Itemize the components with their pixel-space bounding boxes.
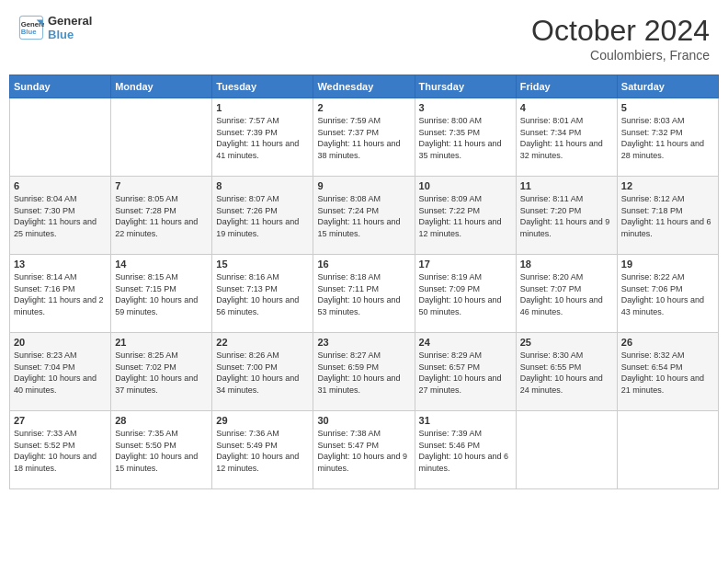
weekday-header-thursday: Thursday: [415, 75, 516, 98]
calendar-cell: 10Sunrise: 8:09 AMSunset: 7:22 PMDayligh…: [415, 177, 516, 255]
calendar-cell: [10, 98, 111, 177]
day-info: Sunrise: 8:16 AMSunset: 7:13 PMDaylight:…: [216, 271, 309, 317]
day-number: 19: [621, 259, 714, 270]
day-info: Sunrise: 8:15 AMSunset: 7:15 PMDaylight:…: [115, 271, 208, 317]
day-info: Sunrise: 8:01 AMSunset: 7:34 PMDaylight:…: [520, 115, 613, 161]
calendar-header: SundayMondayTuesdayWednesdayThursdayFrid…: [10, 75, 719, 98]
day-number: 18: [520, 259, 613, 270]
calendar-cell: 11Sunrise: 8:11 AMSunset: 7:20 PMDayligh…: [516, 177, 617, 255]
day-info: Sunrise: 7:38 AMSunset: 5:47 PMDaylight:…: [317, 428, 410, 474]
calendar-cell: 16Sunrise: 8:18 AMSunset: 7:11 PMDayligh…: [313, 255, 415, 333]
day-number: 11: [520, 180, 613, 191]
day-info: Sunrise: 7:35 AMSunset: 5:50 PMDaylight:…: [115, 428, 208, 474]
calendar-cell: 18Sunrise: 8:20 AMSunset: 7:07 PMDayligh…: [516, 255, 617, 333]
calendar-cell: 22Sunrise: 8:26 AMSunset: 7:00 PMDayligh…: [212, 333, 313, 411]
calendar-cell: 21Sunrise: 8:25 AMSunset: 7:02 PMDayligh…: [111, 333, 212, 411]
day-number: 20: [14, 337, 107, 348]
day-number: 2: [317, 102, 410, 113]
calendar-week-2: 6Sunrise: 8:04 AMSunset: 7:30 PMDaylight…: [10, 177, 719, 255]
day-info: Sunrise: 8:04 AMSunset: 7:30 PMDaylight:…: [14, 193, 107, 239]
day-number: 31: [419, 415, 512, 426]
day-info: Sunrise: 8:18 AMSunset: 7:11 PMDaylight:…: [317, 271, 410, 317]
day-number: 27: [14, 415, 107, 426]
calendar-cell: 17Sunrise: 8:19 AMSunset: 7:09 PMDayligh…: [415, 255, 516, 333]
day-number: 9: [317, 180, 410, 191]
day-info: Sunrise: 8:26 AMSunset: 7:00 PMDaylight:…: [216, 350, 309, 396]
day-number: 12: [621, 180, 714, 191]
title-section: October 2024 Coulombiers, France: [531, 14, 710, 63]
calendar-cell: [111, 98, 212, 177]
day-number: 16: [317, 259, 410, 270]
day-number: 1: [216, 102, 309, 113]
day-number: 25: [520, 337, 613, 348]
day-number: 23: [317, 337, 410, 348]
day-info: Sunrise: 7:36 AMSunset: 5:49 PMDaylight:…: [216, 428, 309, 474]
weekday-header-saturday: Saturday: [617, 75, 718, 98]
calendar-cell: 24Sunrise: 8:29 AMSunset: 6:57 PMDayligh…: [415, 333, 516, 411]
day-info: Sunrise: 8:32 AMSunset: 6:54 PMDaylight:…: [621, 350, 714, 396]
day-number: 30: [317, 415, 410, 426]
day-info: Sunrise: 8:00 AMSunset: 7:35 PMDaylight:…: [419, 115, 512, 161]
day-number: 14: [115, 259, 208, 270]
day-info: Sunrise: 8:20 AMSunset: 7:07 PMDaylight:…: [520, 271, 613, 317]
calendar-cell: 25Sunrise: 8:30 AMSunset: 6:55 PMDayligh…: [516, 333, 617, 411]
calendar-cell: 3Sunrise: 8:00 AMSunset: 7:35 PMDaylight…: [415, 98, 516, 177]
calendar-cell: 27Sunrise: 7:33 AMSunset: 5:52 PMDayligh…: [10, 411, 111, 489]
day-info: Sunrise: 8:22 AMSunset: 7:06 PMDaylight:…: [621, 271, 714, 317]
day-number: 26: [621, 337, 714, 348]
month-title: October 2024: [531, 14, 710, 48]
day-info: Sunrise: 7:39 AMSunset: 5:46 PMDaylight:…: [419, 428, 512, 474]
day-info: Sunrise: 8:30 AMSunset: 6:55 PMDaylight:…: [520, 350, 613, 396]
calendar-week-4: 20Sunrise: 8:23 AMSunset: 7:04 PMDayligh…: [10, 333, 719, 411]
day-number: 7: [115, 180, 208, 191]
calendar-cell: 9Sunrise: 8:08 AMSunset: 7:24 PMDaylight…: [313, 177, 415, 255]
day-info: Sunrise: 8:29 AMSunset: 6:57 PMDaylight:…: [419, 350, 512, 396]
calendar-cell: 2Sunrise: 7:59 AMSunset: 7:37 PMDaylight…: [313, 98, 415, 177]
calendar-cell: 4Sunrise: 8:01 AMSunset: 7:34 PMDaylight…: [516, 98, 617, 177]
calendar-cell: 28Sunrise: 7:35 AMSunset: 5:50 PMDayligh…: [111, 411, 212, 489]
calendar-cell: 14Sunrise: 8:15 AMSunset: 7:15 PMDayligh…: [111, 255, 212, 333]
weekday-header-row: SundayMondayTuesdayWednesdayThursdayFrid…: [10, 75, 719, 98]
day-number: 15: [216, 259, 309, 270]
calendar-cell: 23Sunrise: 8:27 AMSunset: 6:59 PMDayligh…: [313, 333, 415, 411]
weekday-header-monday: Monday: [111, 75, 212, 98]
calendar-cell: 12Sunrise: 8:12 AMSunset: 7:18 PMDayligh…: [617, 177, 718, 255]
calendar-week-1: 1Sunrise: 7:57 AMSunset: 7:39 PMDaylight…: [10, 98, 719, 177]
calendar-cell: [617, 411, 718, 489]
day-info: Sunrise: 7:57 AMSunset: 7:39 PMDaylight:…: [216, 115, 309, 161]
day-number: 29: [216, 415, 309, 426]
day-number: 17: [419, 259, 512, 270]
logo-general: General: [48, 14, 92, 28]
day-number: 4: [520, 102, 613, 113]
calendar-week-3: 13Sunrise: 8:14 AMSunset: 7:16 PMDayligh…: [10, 255, 719, 333]
calendar-cell: 30Sunrise: 7:38 AMSunset: 5:47 PMDayligh…: [313, 411, 415, 489]
calendar-cell: [516, 411, 617, 489]
day-number: 6: [14, 180, 107, 191]
day-number: 21: [115, 337, 208, 348]
day-info: Sunrise: 8:14 AMSunset: 7:16 PMDaylight:…: [14, 271, 107, 317]
day-info: Sunrise: 8:19 AMSunset: 7:09 PMDaylight:…: [419, 271, 512, 317]
calendar-cell: 31Sunrise: 7:39 AMSunset: 5:46 PMDayligh…: [415, 411, 516, 489]
day-number: 24: [419, 337, 512, 348]
weekday-header-sunday: Sunday: [10, 75, 111, 98]
calendar-body: 1Sunrise: 7:57 AMSunset: 7:39 PMDaylight…: [10, 98, 719, 489]
day-number: 28: [115, 415, 208, 426]
logo-icon: General Blue: [18, 15, 44, 40]
day-info: Sunrise: 8:09 AMSunset: 7:22 PMDaylight:…: [419, 193, 512, 239]
page-header: General Blue General Blue October 2024 C…: [9, 9, 719, 67]
calendar-cell: 20Sunrise: 8:23 AMSunset: 7:04 PMDayligh…: [10, 333, 111, 411]
calendar-cell: 19Sunrise: 8:22 AMSunset: 7:06 PMDayligh…: [617, 255, 718, 333]
day-number: 8: [216, 180, 309, 191]
day-info: Sunrise: 8:23 AMSunset: 7:04 PMDaylight:…: [14, 350, 107, 396]
calendar-week-5: 27Sunrise: 7:33 AMSunset: 5:52 PMDayligh…: [10, 411, 719, 489]
calendar-cell: 5Sunrise: 8:03 AMSunset: 7:32 PMDaylight…: [617, 98, 718, 177]
calendar-cell: 7Sunrise: 8:05 AMSunset: 7:28 PMDaylight…: [111, 177, 212, 255]
day-number: 10: [419, 180, 512, 191]
location: Coulombiers, France: [531, 48, 710, 63]
svg-text:Blue: Blue: [21, 28, 37, 36]
weekday-header-friday: Friday: [516, 75, 617, 98]
day-info: Sunrise: 8:03 AMSunset: 7:32 PMDaylight:…: [621, 115, 714, 161]
day-info: Sunrise: 7:33 AMSunset: 5:52 PMDaylight:…: [14, 428, 107, 474]
calendar-cell: 15Sunrise: 8:16 AMSunset: 7:13 PMDayligh…: [212, 255, 313, 333]
logo-blue: Blue: [48, 28, 92, 41]
